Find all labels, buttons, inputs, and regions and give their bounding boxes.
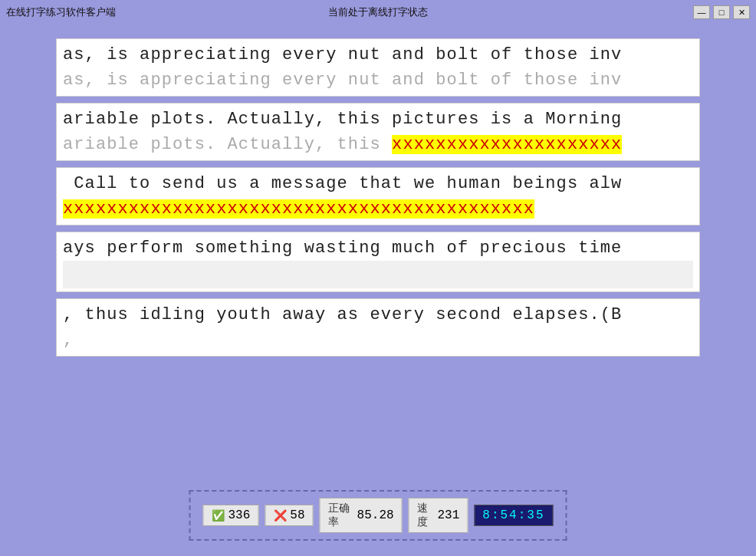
target-line-2: ariable plots. Actually, this pictures i… <box>63 107 693 132</box>
speed-item: 速度 231 <box>409 498 468 533</box>
typed-line-3: xxxxxxxxxxxxxxxxxxxxxxxxxxxxxxxxxxxxxxxx… <box>63 196 693 222</box>
typed-line-2: ariable plots. Actually, this xxxxxxxxxx… <box>63 132 693 157</box>
input-line-4[interactable] <box>63 261 693 288</box>
typed-line-1: as, is appreciating every nut and bolt o… <box>63 67 693 93</box>
app-title: 在线打字练习软件客户端 <box>6 5 116 19</box>
accuracy-value: 85.28 <box>357 508 394 522</box>
wrong-count: 58 <box>290 508 304 522</box>
typed-pre-2: ariable plots. Actually, this <box>63 135 392 154</box>
title-bar: 在线打字练习软件客户端 当前处于离线打字状态 — □ ✕ <box>0 0 756 25</box>
text-block-4: ays perform something wasting much of pr… <box>56 232 700 292</box>
speed-label: 速度 <box>417 502 435 529</box>
minimize-button[interactable]: — <box>693 5 710 19</box>
accuracy-item: 正确率 85.28 <box>320 498 403 533</box>
status-text: 当前处于离线打字状态 <box>328 5 428 19</box>
text-block-1: as, is appreciating every nut and bolt o… <box>56 38 700 97</box>
speed-value: 231 <box>437 508 459 522</box>
target-line-3: Call to send us a message that we human … <box>63 171 693 196</box>
wrong-count-item: ❌ 58 <box>265 505 313 526</box>
text-block-3: Call to send us a message that we human … <box>56 167 700 225</box>
target-line-5: , thus idling youth away as every second… <box>63 302 693 327</box>
maximize-button[interactable]: □ <box>713 5 730 19</box>
text-block-2: ariable plots. Actually, this pictures i… <box>56 103 700 161</box>
correct-icon: ✅ <box>212 508 225 522</box>
status-bar: ✅ 336 ❌ 58 正确率 85.28 速度 231 8:54:35 <box>189 490 567 541</box>
main-content: as, is appreciating every nut and bolt o… <box>56 38 700 363</box>
accuracy-label: 正确率 <box>328 502 354 529</box>
correct-count-item: ✅ 336 <box>203 505 259 526</box>
correct-count: 336 <box>228 508 251 522</box>
close-button[interactable]: ✕ <box>733 5 750 19</box>
target-line-1: as, is appreciating every nut and bolt o… <box>63 42 693 67</box>
window-controls: — □ ✕ <box>693 5 750 19</box>
clock-display: 8:54:35 <box>474 505 553 526</box>
wrong-icon: ❌ <box>273 508 287 522</box>
text-block-5: , thus idling youth away as every second… <box>56 298 700 357</box>
typed-highlight-3: xxxxxxxxxxxxxxxxxxxxxxxxxxxxxxxxxxxxxxxx… <box>63 199 534 219</box>
typed-line-5: , <box>63 327 693 353</box>
typed-highlight-2: xxxxxxxxxxxxxxxxxxxxx <box>392 135 622 154</box>
target-line-4: ays perform something wasting much of pr… <box>63 235 693 261</box>
